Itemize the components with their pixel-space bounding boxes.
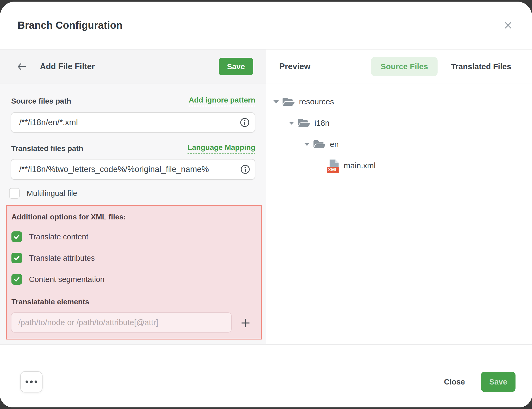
tab-source-files[interactable]: Source Files — [371, 57, 438, 76]
preview-header: Preview Source Files Translated Files — [266, 50, 532, 84]
info-circle-icon[interactable] — [240, 118, 250, 127]
check-icon — [13, 254, 20, 262]
chevron-down-icon[interactable] — [289, 122, 294, 125]
tree-row-main-xml[interactable]: XML main.xml — [266, 155, 532, 176]
check-icon — [13, 233, 20, 240]
more-options-button[interactable] — [20, 371, 43, 392]
translatable-elements-label: Translatable elements — [11, 298, 89, 306]
source-path-label: Source files path — [11, 97, 71, 105]
modal-content: Source files path Add ignore pattern Tra… — [0, 84, 532, 344]
preview-title: Preview — [279, 62, 310, 71]
filter-save-button[interactable]: Save — [219, 58, 253, 75]
branch-configuration-modal: Branch Configuration Add File Filter Sav… — [0, 2, 532, 407]
close-icon — [503, 20, 513, 31]
folder-open-icon — [298, 118, 310, 128]
check-icon — [13, 276, 20, 283]
content-segmentation-checkbox[interactable] — [11, 274, 22, 285]
tree-item-label: main.xml — [344, 161, 376, 170]
add-translatable-element-button[interactable] — [239, 317, 252, 329]
tab-translated-files[interactable]: Translated Files — [449, 62, 513, 71]
footer-actions: Close Save — [442, 371, 516, 392]
translate-attributes-checkbox[interactable] — [11, 253, 22, 263]
translatable-elements-input[interactable] — [11, 312, 232, 333]
preview-tabs: Source Files Translated Files — [371, 57, 513, 76]
modal-title: Branch Configuration — [18, 20, 123, 31]
multilingual-checkbox[interactable] — [9, 188, 20, 199]
arrow-left-icon — [17, 62, 27, 71]
footer-close-button[interactable]: Close — [442, 377, 467, 387]
content-segmentation-row[interactable]: Content segmentation — [11, 274, 105, 285]
filter-panel-title: Add File Filter — [40, 62, 95, 71]
xml-badge: XML — [327, 167, 339, 173]
xml-options-section: Additional options for XML files: Transl… — [6, 205, 262, 340]
tree-item-label: resources — [299, 97, 334, 106]
multilingual-label: Multilingual file — [27, 189, 77, 198]
filter-header: Add File Filter Save — [0, 50, 266, 84]
back-button[interactable] — [15, 60, 28, 73]
translate-content-checkbox[interactable] — [11, 231, 22, 242]
chevron-down-icon[interactable] — [304, 143, 310, 146]
ellipsis-icon — [26, 381, 37, 383]
xml-options-heading: Additional options for XML files: — [11, 213, 126, 221]
tree-row-resources[interactable]: resources — [266, 91, 532, 112]
tree-row-i18n[interactable]: i18n — [266, 112, 532, 134]
source-path-input[interactable] — [11, 112, 255, 133]
language-mapping-link[interactable]: Language Mapping — [188, 143, 255, 154]
footer-save-button[interactable]: Save — [481, 372, 516, 392]
plus-icon — [240, 318, 251, 328]
translate-content-label: Translate content — [29, 232, 88, 241]
xml-file-icon: XML — [329, 159, 339, 172]
info-circle-icon[interactable] — [240, 165, 250, 174]
chevron-down-icon[interactable] — [273, 100, 279, 103]
translate-attributes-label: Translate attributes — [29, 254, 95, 263]
file-filter-form: Source files path Add ignore pattern Tra… — [0, 84, 266, 344]
modal-titlebar: Branch Configuration — [0, 2, 532, 49]
content-segmentation-label: Content segmentation — [29, 275, 105, 284]
translated-path-input[interactable] — [11, 159, 255, 180]
modal-footer: Close Save — [0, 344, 532, 407]
folder-open-icon — [313, 139, 326, 150]
translate-attributes-row[interactable]: Translate attributes — [11, 253, 95, 263]
translated-path-label: Translated files path — [11, 144, 83, 153]
folder-open-icon — [282, 96, 295, 107]
file-tree: resources i18n en — [266, 84, 532, 344]
tree-item-label: i18n — [314, 118, 330, 128]
header-band: Add File Filter Save Preview Source File… — [0, 49, 532, 84]
close-modal-button[interactable] — [502, 19, 514, 32]
tree-row-en[interactable]: en — [266, 134, 532, 155]
tree-item-label: en — [330, 140, 339, 149]
multilingual-checkbox-row[interactable]: Multilingual file — [9, 188, 77, 199]
translate-content-row[interactable]: Translate content — [11, 231, 88, 242]
add-ignore-pattern-link[interactable]: Add ignore pattern — [189, 96, 255, 106]
